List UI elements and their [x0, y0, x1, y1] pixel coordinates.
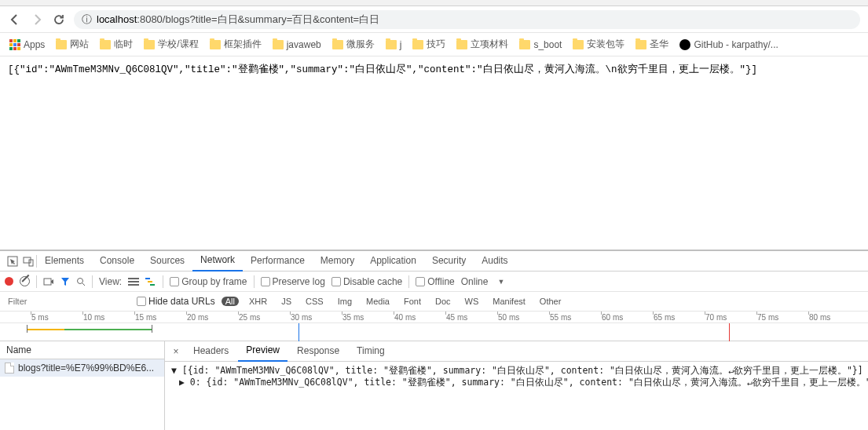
reload-button[interactable] — [52, 13, 66, 27]
filter-type-all[interactable]: All — [222, 297, 239, 306]
apps-shortcut[interactable]: Apps — [9, 39, 45, 50]
preview-content[interactable]: ▼ [{id: "AWmTmeM3MNv_Q6C08lQV", title: "… — [165, 362, 868, 430]
filter-type-doc[interactable]: Doc — [431, 297, 455, 306]
tab-audits[interactable]: Audits — [474, 251, 515, 271]
domcontentloaded-marker — [298, 323, 299, 341]
close-detail-button[interactable]: × — [168, 346, 184, 357]
network-timeline[interactable]: 5 ms10 ms15 ms20 ms25 ms30 ms35 ms40 ms4… — [0, 312, 868, 341]
bookmark-folder[interactable]: 微服务 — [332, 38, 375, 51]
bookmark-label: 技巧 — [427, 38, 445, 51]
filter-type-font[interactable]: Font — [400, 297, 425, 306]
timeline-tick: 60 ms — [602, 313, 623, 322]
filter-type-manifest[interactable]: Manifest — [489, 297, 529, 306]
bookmark-folder[interactable]: 框架插件 — [210, 38, 262, 51]
group-by-frame-checkbox[interactable]: Group by frame — [170, 276, 247, 287]
folder-icon — [144, 40, 155, 49]
svg-rect-6 — [128, 281, 139, 282]
bookmark-folder[interactable]: j — [386, 39, 402, 50]
address-bar[interactable]: ⓘ localhost:8080/blogs?title=白日&summary=… — [74, 10, 860, 29]
bookmark-folder[interactable]: 圣华 — [635, 38, 668, 51]
view-waterfall-icon[interactable] — [145, 277, 156, 286]
svg-rect-9 — [148, 281, 152, 282]
search-icon[interactable] — [76, 277, 86, 286]
tab-application[interactable]: Application — [362, 251, 424, 271]
timeline-tick: 15 ms — [135, 313, 156, 322]
filter-input[interactable] — [5, 296, 130, 307]
bookmark-folder[interactable]: 临时 — [100, 38, 133, 51]
bookmark-folder[interactable]: javaweb — [273, 39, 321, 50]
filter-type-ws[interactable]: WS — [461, 297, 483, 306]
network-toolbar: View: Group by frame Preserve log Disabl… — [0, 271, 868, 292]
filter-type-js[interactable]: JS — [277, 297, 295, 306]
forward-button[interactable] — [30, 13, 44, 27]
timeline-tick: 35 ms — [342, 313, 364, 322]
request-row[interactable]: blogs?title=%E7%99%BD%E6... — [0, 359, 164, 377]
filter-type-xhr[interactable]: XHR — [245, 297, 271, 306]
filter-type-media[interactable]: Media — [362, 297, 394, 306]
camera-icon[interactable] — [43, 277, 54, 286]
timeline-tick: 5 ms — [31, 313, 49, 322]
disable-cache-checkbox[interactable]: Disable cache — [331, 276, 402, 287]
bookmark-folder[interactable]: 网站 — [56, 38, 89, 51]
inspect-icon[interactable] — [5, 256, 20, 267]
bookmark-label: s_boot — [533, 39, 562, 50]
view-large-icon[interactable] — [128, 277, 139, 286]
device-icon[interactable] — [20, 256, 36, 267]
offline-checkbox[interactable]: Offline — [416, 276, 454, 287]
folder-icon — [386, 40, 397, 49]
timeline-tick: 45 ms — [446, 313, 467, 322]
preview-line[interactable]: ▼ [{id: "AWmTmeM3MNv_Q6C08lQV", title: "… — [171, 365, 862, 377]
page-content: [{"id":"AWmTmeM3MNv_Q6C08lQV","title":"登… — [0, 56, 868, 82]
detail-tab-preview[interactable]: Preview — [238, 341, 288, 362]
bookmark-folder[interactable]: 安装包等 — [573, 38, 624, 51]
tab-performance[interactable]: Performance — [243, 251, 313, 271]
apps-label: Apps — [24, 39, 45, 50]
bookmark-label: javaweb — [287, 39, 321, 50]
folder-icon — [412, 40, 423, 49]
tab-elements[interactable]: Elements — [37, 251, 92, 271]
throttle-select[interactable]: Online▼ — [461, 276, 505, 287]
folder-icon — [456, 40, 467, 49]
preserve-log-checkbox[interactable]: Preserve log — [261, 276, 325, 287]
detail-tab-timing[interactable]: Timing — [349, 341, 393, 361]
tab-console[interactable]: Console — [92, 251, 142, 271]
tab-security[interactable]: Security — [424, 251, 474, 271]
requests-column: Name blogs?title=%E7%99%BD%E6... — [0, 341, 165, 430]
detail-tab-headers[interactable]: Headers — [185, 341, 236, 361]
request-detail: × Headers Preview Response Timing ▼ [{id… — [165, 341, 868, 430]
tab-network[interactable]: Network — [192, 250, 243, 271]
bookmarks-bar: Apps 网站 临时 学校/课程 框架插件 javaweb 微服务 j 技巧 立… — [0, 33, 868, 56]
bookmark-folder[interactable]: s_boot — [519, 39, 562, 50]
filter-bar: Hide data URLs All XHR JS CSS Img Media … — [0, 292, 868, 312]
bookmark-github[interactable]: GitHub - karpathy/... — [679, 39, 778, 50]
name-header[interactable]: Name — [0, 341, 164, 359]
detail-tabs: × Headers Preview Response Timing — [165, 341, 868, 362]
clear-button[interactable] — [20, 276, 30, 286]
hide-data-urls-checkbox[interactable]: Hide data URLs — [137, 296, 215, 307]
folder-icon — [56, 40, 67, 49]
filter-icon[interactable] — [60, 277, 70, 286]
timeline-tick: 75 ms — [757, 313, 778, 322]
detail-tab-response[interactable]: Response — [289, 341, 347, 361]
bookmark-folder[interactable]: 立项材料 — [456, 38, 508, 51]
bookmark-label: 微服务 — [346, 38, 375, 51]
tab-sources[interactable]: Sources — [142, 251, 192, 271]
folder-icon — [273, 40, 284, 49]
folder-icon — [573, 40, 584, 49]
tab-memory[interactable]: Memory — [313, 251, 362, 271]
bookmark-folder[interactable]: 技巧 — [412, 38, 445, 51]
timeline-tick: 80 ms — [809, 313, 830, 322]
url-host: localhost — [97, 13, 137, 25]
filter-type-other[interactable]: Other — [536, 297, 566, 306]
site-info-icon[interactable]: ⓘ — [82, 13, 92, 27]
back-button[interactable] — [8, 13, 22, 27]
preview-line[interactable]: ▶ 0: {id: "AWmTmeM3MNv_Q6C08lQV", title:… — [171, 377, 862, 388]
folder-icon — [519, 40, 530, 49]
timeline-tick: 30 ms — [291, 313, 312, 322]
record-button[interactable] — [5, 277, 13, 286]
filter-type-css[interactable]: CSS — [302, 297, 328, 306]
browser-toolbar: ⓘ localhost:8080/blogs?title=白日&summary=… — [0, 6, 868, 33]
filter-type-img[interactable]: Img — [334, 297, 356, 306]
timeline-tick: 40 ms — [394, 313, 416, 322]
bookmark-folder[interactable]: 学校/课程 — [144, 38, 198, 51]
